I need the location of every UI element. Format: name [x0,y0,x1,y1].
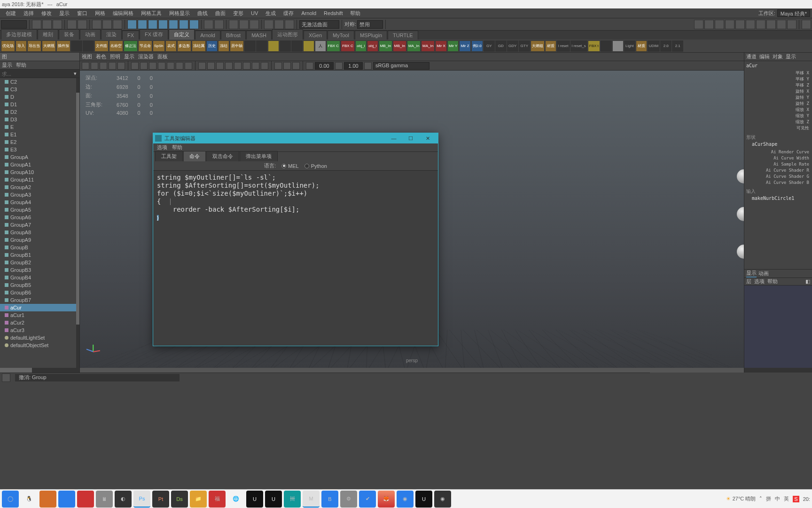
vp-2d-pan-icon[interactable] [109,62,116,70]
shelf-button[interactable]: 大纲组 [531,40,545,52]
playback-loop-icon[interactable] [787,20,796,29]
channel-attr[interactable]: 缩放 X [746,107,810,113]
virtual-desktop-icon[interactable]: ◐ [115,491,132,508]
outliner-item[interactable]: D [0,93,79,101]
mask-other-icon[interactable] [179,20,188,29]
input-node[interactable]: makeNurbCircle1 [746,196,810,201]
outliner-item[interactable]: GroupB1 [0,251,79,259]
undo-icon[interactable] [67,20,77,29]
shape-node[interactable]: aCurShape [746,142,810,147]
construction-icon[interactable] [239,20,249,29]
main-menu-item[interactable]: 创建 [2,9,20,18]
outliner-item[interactable]: GroupB7 [0,296,79,304]
viewport-menu-item[interactable]: 着色 [96,53,106,60]
channel-attr[interactable]: 平移 X [746,70,810,76]
vp-safe-action-icon[interactable] [176,62,183,70]
shelf-editor-tab[interactable]: 双击命令 [206,151,239,161]
workspace-value[interactable]: Maya 经典* [777,9,810,17]
shelf-button[interactable]: GD [495,40,507,52]
maya-icon[interactable]: M [303,491,320,508]
mask-multi-icon[interactable] [169,20,178,29]
channel-attr[interactable]: 旋转 Y [746,95,810,101]
shelf-tab[interactable]: Bifrost [221,31,246,40]
outliner-item[interactable]: GroupA5 [0,206,79,214]
mask-face-icon[interactable] [148,20,157,29]
outliner-list[interactable]: C2C3DD1D2D3EE1E2E3GroupAGroupA1GroupA10G… [0,78,79,368]
obs-icon[interactable]: ◉ [434,491,451,508]
layer-list[interactable] [744,286,812,368]
calculator-icon[interactable]: 🖩 [96,491,113,508]
playback-play-icon[interactable] [746,20,755,29]
vp-isolate-icon[interactable] [274,62,282,70]
outliner-item[interactable]: GroupA3 [0,191,79,198]
channel-attr[interactable]: 旋转 X [746,88,810,95]
vp-motion-blur-icon[interactable] [252,62,259,70]
vp-wireframe-icon[interactable] [198,62,206,70]
render-settings-icon[interactable] [285,20,294,29]
mask-all-icon[interactable] [189,20,199,29]
shelf-button[interactable]: 名称空 [109,40,123,52]
channel-attr[interactable]: 平移 Z [746,82,810,88]
shelf-button[interactable] [71,40,82,52]
shelf-button[interactable] [612,40,624,52]
photoshop-icon[interactable]: Ps [133,491,150,508]
close-button[interactable]: ✕ [419,133,436,143]
viewport-menu-item[interactable]: 显示 [124,53,134,60]
main-menu-item[interactable]: 帮助 [346,9,364,18]
vp-lights-icon[interactable] [225,62,233,70]
shelf-button[interactable] [256,40,267,52]
ime-pinyin[interactable]: 拼 [766,495,771,502]
channel-shape-attr[interactable]: Ai Sample Rate [746,161,810,167]
main-menu-item[interactable]: 窗口 [73,9,91,18]
file-explorer-icon[interactable]: 📁 [190,491,207,508]
main-menu-item[interactable]: 曲面 [211,9,229,18]
outliner-scrollbar-h[interactable] [0,368,79,373]
vp-film-gate-icon[interactable] [140,62,148,70]
mel-icon[interactable] [2,373,10,382]
shelf-button[interactable]: MB_In [393,40,406,52]
shelf-button[interactable] [268,40,279,52]
shelf-button[interactable]: MB_In [379,40,392,52]
main-menu-item[interactable]: 显示 [55,9,73,18]
shelf-button[interactable]: 冻结 [218,40,229,52]
playback-end-icon[interactable] [777,20,786,29]
shelf-tab[interactable]: 动画 [80,29,101,40]
shelf-button[interactable] [83,40,94,52]
shelf-button[interactable]: 例2.0 [471,40,483,52]
shelf-editor-tab[interactable]: 弹出菜单项 [240,151,278,161]
playback-step-back-icon[interactable] [704,20,714,29]
shelf-button[interactable]: 插件加 [56,40,70,52]
shelf-button[interactable]: 导入 [16,40,27,52]
outliner-item[interactable]: D3 [0,116,79,123]
shelf-button[interactable]: GDY [507,40,518,52]
channel-box-node[interactable]: aCur [746,63,810,68]
main-menu-item[interactable]: Arnold [297,9,320,17]
shelf-tab[interactable]: FX [122,31,139,40]
outliner-item[interactable]: GroupA [0,153,79,161]
shelf-button[interactable]: UDIM [648,40,660,52]
ipr-icon[interactable] [274,20,284,29]
cortana-icon[interactable]: ◯ [2,491,19,508]
vp-image-plane-icon[interactable] [100,62,107,70]
vp-exposure-input[interactable] [315,62,334,70]
vp-grid-icon[interactable] [131,62,139,70]
vp-xray-joints-icon[interactable] [292,62,300,70]
main-menu-item[interactable]: 网格工具 [137,9,165,18]
outliner-item[interactable]: GroupB2 [0,259,79,266]
main-menu-item[interactable]: 修改 [38,9,55,18]
menu-set-select[interactable] [1,20,27,29]
channel-box-tab[interactable]: 编辑 [759,53,770,60]
outliner-search-dropdown-icon[interactable]: ▾ [73,71,78,77]
viewport-menu-item[interactable]: 照明 [110,53,120,60]
layer-tab[interactable]: 动画 [758,270,769,277]
vp-smooth-shade-icon[interactable] [207,62,215,70]
symmetry-select[interactable]: 禁用 [357,20,383,29]
vp-gamma-icon[interactable] [335,62,343,70]
unreal-icon[interactable]: U [246,491,263,508]
main-menu-item[interactable]: UV [247,9,262,17]
vp-res-gate-icon[interactable] [149,62,156,70]
main-menu-item[interactable]: 曲线 [194,9,211,18]
shelf-editor-tab[interactable]: 工具架 [155,151,183,161]
shelf-tab[interactable]: 运动图形 [272,29,303,40]
app-icon[interactable]: ✔ [359,491,376,508]
